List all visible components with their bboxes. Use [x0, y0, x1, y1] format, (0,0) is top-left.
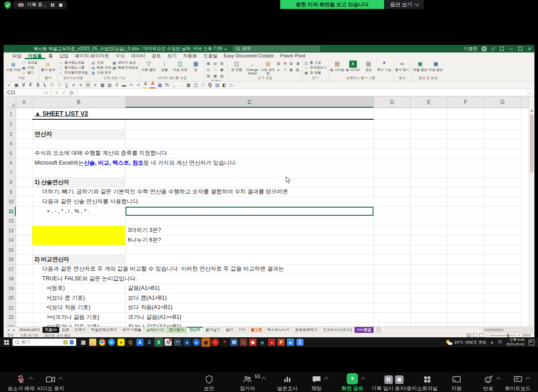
toolbar-icon[interactable]: → — [178, 82, 184, 88]
toolbar-icon[interactable]: ▽ — [56, 82, 62, 88]
ribbon-button[interactable]: ▽자동 필터 — [141, 61, 156, 72]
ribbon-tab[interactable]: 파일 — [9, 52, 25, 59]
cell[interactable] — [484, 187, 521, 197]
cell[interactable] — [447, 284, 484, 294]
cell[interactable] — [32, 139, 126, 149]
cell[interactable] — [411, 149, 447, 159]
chevron-up-icon[interactable] — [29, 377, 34, 382]
column-header[interactable]: E — [411, 96, 447, 108]
cell[interactable] — [447, 120, 484, 130]
toolbar-icon[interactable]: ≡ — [78, 82, 84, 88]
cell[interactable] — [411, 303, 447, 313]
unmute-button[interactable]: 음소거 해제 — [8, 375, 35, 392]
cell[interactable]: 1) 산술연산자 — [32, 178, 126, 187]
a-app-icon[interactable]: A — [136, 339, 143, 346]
cell[interactable] — [16, 168, 32, 178]
excel-icon[interactable]: X — [155, 339, 162, 346]
column-header[interactable]: G — [484, 96, 521, 108]
sheet-tab[interactable]: 조건부서식(트리) — [321, 327, 355, 333]
toolbar-icon[interactable]: ◫ — [193, 82, 199, 88]
ribbon-button[interactable]: ▦ — [289, 67, 295, 73]
cell[interactable] — [447, 274, 484, 284]
cell[interactable] — [411, 293, 447, 303]
ribbon-tab[interactable]: 자동화 — [180, 52, 200, 59]
ribbon-button[interactable]: ▤사본 저장 — [6, 61, 21, 72]
onenote-icon[interactable]: N — [165, 339, 172, 346]
ribbon-button[interactable]: ◨ — [295, 61, 301, 66]
ribbon-button[interactable]: ↔Change Sheet — [245, 61, 260, 76]
cell[interactable] — [126, 245, 374, 255]
column-header[interactable]: A — [16, 96, 32, 108]
ribbon-button[interactable]: ▦창 정렬 — [304, 70, 327, 75]
chevron-up-icon[interactable] — [361, 377, 365, 382]
recording-controls[interactable]: 기록 일시 중지/중지 — [371, 375, 417, 392]
tab-scroll-right-icon[interactable]: ► — [11, 328, 17, 331]
cell[interactable] — [374, 178, 411, 187]
cell[interactable] — [16, 158, 32, 168]
sheet-tab[interactable]: 틀고정 — [248, 327, 265, 333]
ribbon-tab[interactable]: 페이지 레이아웃 — [72, 52, 112, 59]
support-button[interactable]: 지원 — [451, 375, 462, 392]
ribbon-button[interactable]: ◫틀 고정 — [304, 61, 327, 65]
cell[interactable] — [126, 168, 374, 178]
cell[interactable] — [16, 313, 32, 322]
toolbar-icon[interactable]: ▦ — [100, 82, 105, 88]
cell[interactable]: ▲ SHEET LIST V2 — [32, 108, 126, 120]
cell[interactable]: >(보다 큼 기호) — [32, 293, 126, 303]
maximize-button[interactable] — [518, 47, 522, 51]
cell[interactable]: =(등호) — [32, 284, 126, 294]
toolbar-icon[interactable]: ◧ — [221, 82, 227, 88]
cell[interactable] — [411, 158, 447, 168]
cell[interactable] — [411, 197, 447, 207]
cell[interactable] — [447, 108, 484, 120]
ribbon-button[interactable]: ▦저장 — [22, 65, 38, 70]
ribbon-button[interactable]: ▣ — [220, 67, 226, 73]
ribbon-button[interactable]: □즐겨찾는그룹 — [59, 65, 88, 70]
cell[interactable] — [126, 255, 374, 265]
cell[interactable] — [411, 265, 447, 274]
toolbar-icon[interactable]: ∑ — [64, 82, 69, 88]
cell[interactable] — [374, 235, 411, 245]
cell[interactable] — [374, 265, 411, 274]
toolbar-icon[interactable]: ▣ — [13, 82, 19, 88]
row-header[interactable]: 3 — [6, 130, 16, 139]
cell[interactable] — [484, 178, 521, 187]
excel-title-bar[interactable]: 복사본 액셀교육자료_v2023_05_수업전(실습)_0.xlsx - 마지막… — [4, 45, 534, 52]
ribbon-button[interactable]: ▷열기 — [22, 70, 38, 75]
cell[interactable] — [126, 120, 374, 130]
ribbon-button[interactable]: ◫어썸 피벗 — [173, 61, 187, 72]
cell[interactable] — [484, 255, 521, 265]
cell[interactable] — [16, 139, 32, 149]
excel-search-box[interactable]: 검색 — [233, 46, 320, 52]
chevron-up-icon[interactable] — [324, 377, 329, 382]
cell[interactable] — [484, 322, 521, 327]
row-header[interactable]: 19 — [6, 284, 16, 294]
row-header[interactable]: 23 — [6, 322, 16, 327]
cell[interactable] — [374, 303, 411, 313]
cell[interactable]: 6나누기 6은? — [126, 235, 374, 245]
cell[interactable] — [484, 226, 521, 236]
row-header[interactable]: 11 — [6, 207, 16, 217]
vertical-scrollbar[interactable] — [529, 96, 534, 327]
sheet-tab[interactable]: 날짜(서식) — [144, 327, 167, 333]
cell[interactable] — [32, 245, 126, 255]
horizontal-scrollbar[interactable] — [482, 328, 533, 332]
cell[interactable] — [411, 226, 447, 236]
edge-icon[interactable]: e — [108, 339, 115, 346]
ribbon-button[interactable]: ▥ — [289, 61, 295, 66]
cell[interactable] — [16, 235, 32, 245]
ribbon-button[interactable]: ▤인쇄 — [91, 61, 111, 65]
cell[interactable] — [411, 255, 447, 265]
cell[interactable] — [411, 178, 447, 187]
toolbar-icon[interactable]: # — [114, 82, 120, 88]
ribbon-button[interactable]: ▦표 — [188, 61, 203, 72]
toolbar-icon[interactable]: ≡ — [85, 82, 91, 88]
stop-video-button[interactable]: 비디오 중지 — [37, 375, 65, 392]
cell[interactable]: <=(작거나 같음 기호) — [32, 322, 126, 327]
ribbon-tab[interactable]: 삽입 — [56, 52, 72, 59]
participants-button[interactable]: 53 참가자 — [240, 375, 256, 392]
cell[interactable] — [411, 120, 447, 130]
select-all-corner[interactable] — [6, 96, 16, 108]
ribbon-button[interactable]: ▧ — [276, 61, 282, 66]
minimize-button[interactable]: — — [508, 46, 514, 51]
